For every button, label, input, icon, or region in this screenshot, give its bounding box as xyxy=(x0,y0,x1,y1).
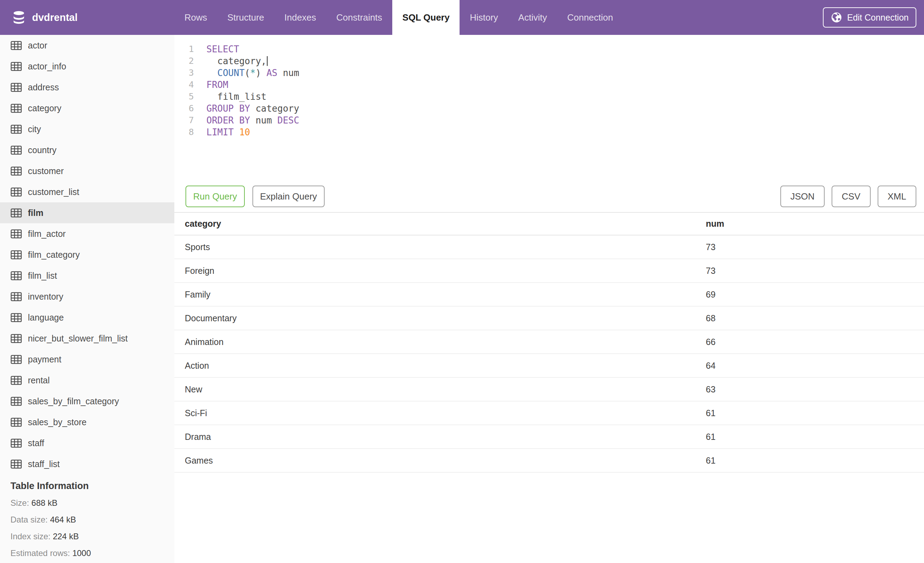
table-row[interactable]: Foreign73 xyxy=(174,259,924,282)
export-csv-button[interactable]: CSV xyxy=(832,186,870,207)
table-icon xyxy=(10,292,22,302)
table-icon xyxy=(10,355,22,364)
table-name: customer_list xyxy=(28,187,79,197)
sidebar-item-film-actor[interactable]: film_actor xyxy=(0,223,174,244)
tab-sql-query[interactable]: SQL Query xyxy=(392,0,459,35)
brand-title: dvdrental xyxy=(32,12,78,23)
table-row[interactable]: Animation66 xyxy=(174,330,924,354)
line-number: 6 xyxy=(174,102,200,114)
tab-rows[interactable]: Rows xyxy=(174,0,217,35)
edit-connection-button[interactable]: Edit Connection xyxy=(823,8,916,27)
table-name: address xyxy=(28,82,59,92)
table-name: film xyxy=(28,208,43,218)
code-text: GROUP BY category xyxy=(206,102,299,114)
stat-value: 688 kB xyxy=(32,498,57,507)
tab-connection[interactable]: Connection xyxy=(557,0,624,35)
text-cursor xyxy=(267,56,268,66)
line-number: 5 xyxy=(174,91,200,102)
table-cell: Family xyxy=(174,282,695,306)
export-buttons: JSONCSVXML xyxy=(780,186,916,207)
table-cell: 66 xyxy=(695,330,924,354)
code-text: film_list xyxy=(206,91,266,102)
stat-label: Index size: xyxy=(10,531,51,541)
sidebar-item-payment[interactable]: payment xyxy=(0,349,174,370)
sidebar-item-category[interactable]: category xyxy=(0,98,174,119)
table-icon xyxy=(10,167,22,176)
code-text: LIMIT 10 xyxy=(206,126,250,138)
sidebar-item-address[interactable]: address xyxy=(0,77,174,98)
sidebar-item-country[interactable]: country xyxy=(0,140,174,161)
sidebar-item-customer-list[interactable]: customer_list xyxy=(0,182,174,202)
export-xml-button[interactable]: XML xyxy=(878,186,916,207)
sidebar-item-film[interactable]: film xyxy=(0,202,174,223)
sidebar-item-film-category[interactable]: film_category xyxy=(0,244,174,265)
table-icon xyxy=(10,104,22,113)
sidebar-item-rental[interactable]: rental xyxy=(0,370,174,391)
tab-activity[interactable]: Activity xyxy=(508,0,557,35)
table-cell: 73 xyxy=(695,259,924,282)
stat-label: Estimated rows: xyxy=(10,548,70,558)
tab-structure[interactable]: Structure xyxy=(217,0,274,35)
sidebar-item-inventory[interactable]: inventory xyxy=(0,286,174,307)
table-name: rental xyxy=(28,375,50,386)
results-panel: categorynum Sports73Foreign73Family69Doc… xyxy=(174,212,924,563)
table-information-heading: Table Information xyxy=(10,477,174,495)
table-name: payment xyxy=(28,354,62,365)
sidebar-item-actor-info[interactable]: actor_info xyxy=(0,56,174,77)
table-icon xyxy=(10,146,22,155)
table-icon xyxy=(10,376,22,385)
table-list: actoractor_infoaddresscategorycitycountr… xyxy=(0,35,174,474)
table-info-stat: Estimated rows: 1000 xyxy=(10,545,174,561)
code-text: ORDER BY num DESC xyxy=(206,114,299,126)
sidebar-item-staff-list[interactable]: staff_list xyxy=(0,453,174,474)
column-header-num[interactable]: num xyxy=(695,213,924,235)
table-row[interactable]: Family69 xyxy=(174,282,924,306)
table-name: nicer_but_slower_film_list xyxy=(28,333,128,344)
table-row[interactable]: Games61 xyxy=(174,449,924,472)
sidebar-item-language[interactable]: language xyxy=(0,307,174,328)
table-icon xyxy=(10,271,22,281)
line-number: 3 xyxy=(174,67,200,79)
sidebar-item-nicer-but-slower-film-list[interactable]: nicer_but_slower_film_list xyxy=(0,328,174,349)
table-name: film_category xyxy=(28,250,80,260)
table-cell: 69 xyxy=(695,282,924,306)
nav-tabs: RowsStructureIndexesConstraintsSQL Query… xyxy=(174,0,623,35)
sql-editor[interactable]: 1SELECT2 category,3 COUNT(*) AS num4FROM… xyxy=(174,35,924,138)
table-cell: Sports xyxy=(174,235,695,259)
edit-connection-label: Edit Connection xyxy=(847,12,909,23)
table-icon xyxy=(10,125,22,134)
globe-icon xyxy=(831,12,842,23)
tab-constraints[interactable]: Constraints xyxy=(326,0,393,35)
sidebar-item-city[interactable]: city xyxy=(0,119,174,140)
column-header-category[interactable]: category xyxy=(174,213,695,235)
table-info-stat: Index size: 224 kB xyxy=(10,528,174,545)
export-json-button[interactable]: JSON xyxy=(780,186,825,207)
sidebar-item-sales-by-store[interactable]: sales_by_store xyxy=(0,411,174,432)
line-number: 4 xyxy=(174,79,200,91)
explain-query-button[interactable]: Explain Query xyxy=(252,186,325,207)
table-icon xyxy=(10,334,22,343)
sidebar-item-actor[interactable]: actor xyxy=(0,35,174,56)
line-number: 2 xyxy=(174,55,200,67)
sidebar-item-sales-by-film-category[interactable]: sales_by_film_category xyxy=(0,391,174,411)
editor-line: 4FROM xyxy=(174,79,924,91)
sidebar-item-customer[interactable]: customer xyxy=(0,161,174,182)
table-row[interactable]: Sci-Fi61 xyxy=(174,401,924,425)
editor-line: 6GROUP BY category xyxy=(174,102,924,114)
table-row[interactable]: New63 xyxy=(174,377,924,401)
table-icon xyxy=(10,208,22,218)
table-row[interactable]: Drama61 xyxy=(174,425,924,449)
sidebar-item-film-list[interactable]: film_list xyxy=(0,265,174,286)
sidebar-item-staff[interactable]: staff xyxy=(0,432,174,453)
table-name: film_list xyxy=(28,271,57,281)
tab-history[interactable]: History xyxy=(459,0,508,35)
table-row[interactable]: Action64 xyxy=(174,354,924,377)
table-cell: Action xyxy=(174,354,695,377)
run-query-button[interactable]: Run Query xyxy=(186,186,245,207)
line-number: 7 xyxy=(174,114,200,126)
stat-value: 464 kB xyxy=(50,515,76,524)
table-row[interactable]: Documentary68 xyxy=(174,306,924,330)
tab-indexes[interactable]: Indexes xyxy=(274,0,326,35)
line-number: 1 xyxy=(174,43,200,55)
table-row[interactable]: Sports73 xyxy=(174,235,924,259)
